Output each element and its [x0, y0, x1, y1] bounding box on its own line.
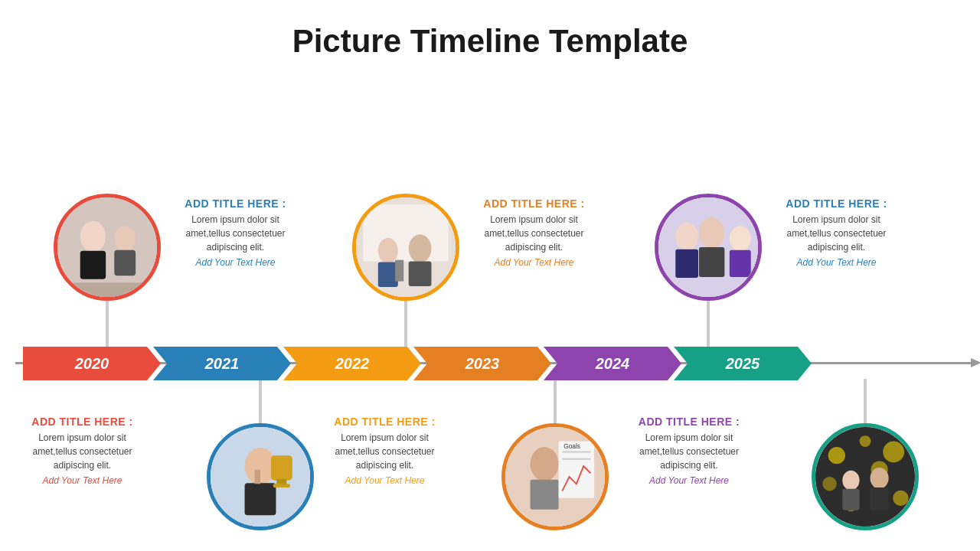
svg-point-44: [871, 468, 889, 489]
svg-point-35: [828, 447, 845, 464]
year-2024: 2024: [544, 347, 681, 380]
body-2020: Lorem ipsum dolor sit amet,tellus consec…: [176, 213, 295, 254]
link-2024[interactable]: Add Your Text Here: [777, 257, 896, 268]
year-2020: 2020: [23, 347, 161, 380]
timeline-wrapper: 2020 2021 2022 2023 2024 2025 ADD TITLE …: [0, 75, 980, 519]
svg-rect-45: [871, 487, 889, 510]
circle-2020: [54, 194, 161, 301]
svg-rect-4: [114, 250, 136, 276]
year-2023: 2023: [413, 347, 551, 380]
body-2022: Lorem ipsum dolor sit amet,tellus consec…: [475, 213, 593, 254]
svg-point-28: [531, 447, 559, 481]
svg-rect-0: [57, 197, 157, 297]
svg-rect-19: [730, 250, 751, 277]
connector-2022-top: [404, 301, 407, 348]
body-bot-2024: Lorem ipsum dolor sit amet,tellus consec…: [628, 431, 750, 472]
svg-point-38: [822, 477, 837, 491]
svg-point-3: [114, 226, 136, 251]
year-2021: 2021: [153, 347, 291, 380]
text-block-bot-2022: ADD TITLE HERE : Lorem ipsum dolor sit a…: [325, 416, 444, 486]
circle-2025: [812, 423, 919, 530]
page-title: Picture Timeline Template: [0, 0, 980, 67]
text-block-2022: ADD TITLE HERE : Lorem ipsum dolor sit a…: [475, 197, 593, 268]
title-bot-2022: ADD TITLE HERE :: [325, 416, 444, 428]
svg-rect-22: [245, 483, 276, 515]
title-2024: ADD TITLE HERE :: [777, 197, 896, 210]
svg-rect-24: [271, 455, 292, 481]
text-block-2020: ADD TITLE HERE : Lorem ipsum dolor sit a…: [176, 197, 295, 268]
svg-rect-23: [255, 470, 260, 484]
text-block-2024: ADD TITLE HERE : Lorem ipsum dolor sit a…: [777, 197, 896, 268]
circle-2021: [207, 423, 314, 530]
svg-rect-2: [80, 251, 106, 279]
title-2020: ADD TITLE HERE :: [176, 197, 295, 210]
svg-text:Goals: Goals: [564, 442, 580, 450]
body-bot-2022: Lorem ipsum dolor sit amet,tellus consec…: [325, 431, 444, 472]
body-2024: Lorem ipsum dolor sit amet,tellus consec…: [777, 213, 896, 254]
connector-2023-bot: [554, 379, 557, 425]
year-2025: 2025: [674, 347, 812, 380]
circle-2023: Goals: [501, 423, 609, 530]
connector-2020-top: [106, 301, 109, 348]
circle-2024: [655, 194, 762, 301]
svg-point-36: [860, 435, 871, 447]
link-2022[interactable]: Add Your Text Here: [475, 257, 593, 268]
body-bot-2020: Lorem ipsum dolor sit amet,tellus consec…: [23, 431, 142, 472]
svg-point-42: [842, 471, 859, 491]
arrows-row: 2020 2021 2022 2023 2024 2025: [23, 347, 812, 380]
text-block-bot-2024: ADD TITLE HERE : Lorem ipsum dolor sit a…: [628, 416, 750, 486]
link-bot-2022[interactable]: Add Your Text Here: [325, 475, 444, 486]
svg-rect-5: [61, 282, 154, 297]
year-2022: 2022: [283, 347, 421, 380]
svg-rect-7: [363, 204, 448, 261]
svg-point-41: [893, 491, 908, 506]
link-2020[interactable]: Add Your Text Here: [176, 257, 295, 268]
svg-point-37: [883, 442, 904, 463]
svg-point-16: [699, 217, 724, 249]
svg-rect-15: [675, 249, 698, 278]
svg-rect-11: [409, 262, 432, 287]
svg-rect-43: [842, 489, 859, 510]
circle-2022: [352, 194, 459, 301]
connector-2021-bot: [259, 379, 262, 425]
svg-rect-17: [699, 247, 724, 277]
svg-rect-9: [378, 262, 398, 288]
svg-point-10: [409, 234, 432, 262]
text-block-bot-2020: ADD TITLE HERE : Lorem ipsum dolor sit a…: [23, 416, 142, 486]
svg-rect-26: [273, 484, 290, 487]
connector-2024-top: [707, 301, 710, 348]
svg-rect-25: [276, 479, 286, 484]
svg-point-18: [730, 226, 751, 251]
svg-point-1: [80, 221, 106, 253]
title-bot-2024: ADD TITLE HERE :: [628, 416, 750, 428]
link-bot-2024[interactable]: Add Your Text Here: [628, 475, 750, 486]
title-2022: ADD TITLE HERE :: [475, 197, 593, 210]
svg-point-8: [378, 238, 398, 263]
svg-rect-29: [531, 480, 559, 510]
connector-2025-bot: [864, 379, 867, 425]
svg-point-14: [675, 223, 698, 251]
title-bot-2020: ADD TITLE HERE :: [23, 416, 142, 428]
svg-rect-12: [395, 260, 403, 282]
link-bot-2020[interactable]: Add Your Text Here: [23, 475, 142, 486]
